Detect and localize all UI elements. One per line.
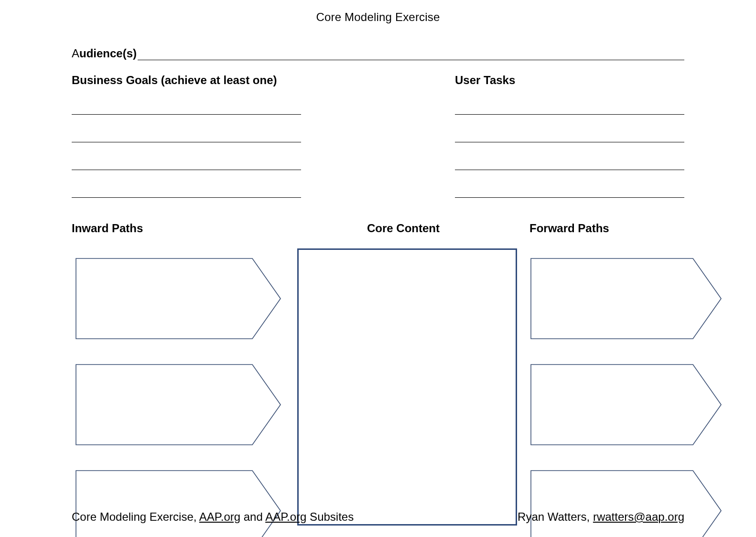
core-content-box: [297, 248, 517, 526]
user-task-line-2: [455, 132, 684, 142]
inward-paths-heading: Inward Paths: [72, 222, 367, 235]
page-title: Core Modeling Exercise: [72, 11, 684, 24]
svg-marker-1: [76, 365, 281, 445]
footer-link-aap-1[interactable]: AAP.org: [199, 510, 240, 523]
forward-paths-heading: Forward Paths: [529, 222, 684, 235]
footer-right: Ryan Watters, rwatters@aap.org: [518, 510, 684, 524]
forward-arrow-1: [530, 258, 722, 339]
svg-marker-3: [531, 258, 721, 339]
page-footer: Core Modeling Exercise, AAP.org and AAP.…: [72, 510, 684, 524]
audience-row: Audience(s): [72, 47, 684, 60]
core-content-heading: Core Content: [367, 222, 529, 235]
business-goals-heading: Business Goals (achieve at least one): [72, 74, 455, 87]
forward-arrow-2: [530, 364, 722, 445]
svg-marker-0: [76, 258, 281, 339]
user-tasks-column: User Tasks: [455, 74, 684, 215]
inward-arrows-column: [76, 258, 281, 537]
footer-left: Core Modeling Exercise, AAP.org and AAP.…: [72, 510, 354, 524]
audience-label-thin: A: [72, 47, 79, 60]
diagram-headings-row: Inward Paths Core Content Forward Paths: [72, 222, 684, 235]
forward-arrows-column: [530, 258, 722, 537]
inward-arrow-2: [76, 364, 281, 445]
user-task-line-3: [455, 160, 684, 170]
user-task-line-1: [455, 104, 684, 115]
inward-arrow-3: [76, 470, 281, 537]
footer-left-prefix: Core Modeling Exercise,: [72, 510, 199, 523]
business-goal-line-4: [72, 187, 301, 198]
svg-marker-5: [531, 471, 721, 537]
footer-left-mid: and: [240, 510, 265, 523]
business-goal-line-2: [72, 132, 301, 142]
audience-label: Audience(s): [72, 47, 137, 60]
worksheet-page: Core Modeling Exercise Audience(s) Busin…: [0, 0, 756, 537]
goals-tasks-row: Business Goals (achieve at least one) Us…: [72, 74, 684, 215]
business-goals-column: Business Goals (achieve at least one): [72, 74, 455, 215]
inward-arrow-1: [76, 258, 281, 339]
footer-author-name: Ryan Watters,: [518, 510, 593, 523]
footer-left-suffix: Subsites: [306, 510, 354, 523]
footer-link-aap-2[interactable]: AAP.org: [265, 510, 306, 523]
diagram-area: [72, 248, 684, 530]
svg-marker-4: [531, 365, 721, 445]
user-tasks-heading: User Tasks: [455, 74, 684, 87]
svg-marker-2: [76, 471, 281, 537]
business-goal-line-1: [72, 104, 301, 115]
business-goal-line-3: [72, 160, 301, 170]
forward-arrow-3: [530, 470, 722, 537]
audience-fill-line: [138, 50, 684, 60]
user-task-line-4: [455, 187, 684, 198]
audience-label-bold: udience(s): [79, 47, 137, 60]
footer-author-email[interactable]: rwatters@aap.org: [593, 510, 684, 523]
